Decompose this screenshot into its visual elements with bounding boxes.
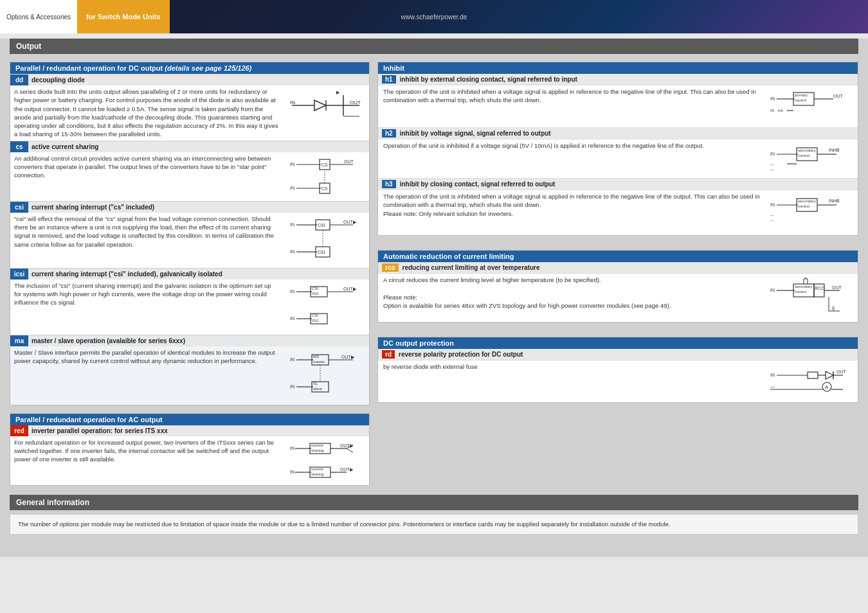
output-section-title: Output — [10, 39, 858, 54]
svg-text:▶: ▶ — [336, 90, 340, 94]
svg-text:master: master — [313, 360, 325, 364]
dd-row: dd decoupling diode A series diode built… — [10, 74, 369, 141]
h1-diag: IN primary control OUT IN inh — [769, 87, 853, 124]
svg-text:current: current — [311, 443, 323, 447]
svg-text:—: — — [770, 384, 775, 389]
rd-title: reverse polarity protection for DC outpu… — [399, 351, 523, 358]
ma-code: ma — [10, 335, 28, 346]
csi-code: csi — [10, 202, 28, 213]
cs-content: An additional control circuit provides a… — [10, 152, 369, 201]
svg-text:control: control — [798, 204, 809, 208]
svg-text:IN: IN — [290, 222, 294, 227]
svg-text:MS: MS — [313, 355, 319, 359]
auto-reduction-section: Automatic reduction of current limiting … — [377, 250, 858, 323]
general-info-box: The number of options per module may be … — [10, 514, 858, 535]
red-header-row: red inverter parallel operation: for ser… — [10, 425, 369, 436]
h1-desc: The operation of the unit is inhibited w… — [383, 87, 765, 105]
nav-options[interactable]: Options & Accessories — [0, 0, 77, 33]
rco-sub-header: rco reducing current limiting at over te… — [378, 262, 858, 273]
h2-sub-header: h2 inhibit by voltage signal, signal ref… — [378, 128, 858, 139]
h3-sub-header: h3 inhibit by closing contact, signal re… — [378, 179, 858, 190]
header-nav: Options & Accessories for Switch Mode Un… — [0, 0, 170, 33]
svg-text:IN: IN — [290, 289, 294, 294]
rd-row: rd reverse polarity protection for DC ou… — [378, 349, 858, 402]
svg-text:inh: inh — [778, 109, 783, 112]
left-column: Parallel / redundant operation for DC ou… — [10, 62, 370, 486]
parallel-ac-section: Parallel / redundant operation for AC ou… — [10, 413, 370, 486]
ma-row: ma master / slave operation (avalaible f… — [10, 335, 369, 405]
svg-text:—: — — [770, 168, 774, 172]
svg-text:IN: IN — [290, 249, 294, 254]
svg-text:IN: IN — [290, 470, 294, 474]
svg-text:secondary: secondary — [798, 199, 816, 203]
icsi-row: icsi current sharing interrupt ("csi" in… — [10, 268, 369, 335]
svg-text:OUT▶: OUT▶ — [341, 355, 355, 359]
rco-desc: A circuit reduces the current limiting l… — [383, 276, 765, 310]
svg-text:RCO: RCO — [815, 286, 825, 290]
svg-text:CSI: CSI — [312, 314, 318, 317]
rco-title: reducing current limiting at over temper… — [402, 264, 540, 271]
svg-text:CS: CS — [321, 163, 328, 167]
rd-content: by reverse diode with external fuse IN — [378, 360, 858, 402]
svg-text:IN: IN — [770, 109, 774, 112]
nav-switch[interactable]: for Switch Mode Units — [77, 0, 170, 33]
ma-content: Master / Slave interface permits the par… — [10, 346, 369, 405]
svg-text:OUT: OUT — [833, 94, 844, 98]
header-url: www.schaeferpower.de — [401, 13, 467, 21]
rd-desc: by reverse diode with external fuse — [383, 362, 765, 371]
svg-text:OUT: OUT — [344, 159, 354, 164]
auto-reduction-header: Automatic reduction of current limiting — [378, 251, 858, 262]
icsi-diag: IN CSI ISO OUT▶ IN CSI — [285, 280, 369, 335]
svg-text:INHB: INHB — [829, 199, 840, 203]
page-outer: Output Parallel / redundant operation fo… — [0, 39, 868, 557]
red-title: inverter parallel operation: for series … — [28, 425, 369, 436]
svg-text:IN: IN — [290, 316, 294, 321]
cs-title: active current sharing — [28, 141, 369, 152]
csi-content: "csi" will effect the removal of the "cs… — [10, 213, 369, 268]
rd-diag: IN OUT — [769, 362, 853, 399]
icsi-desc: The inclusion of "csi" (current sharing … — [10, 280, 283, 335]
h1-code: h1 — [382, 75, 396, 84]
svg-text:IN: IN — [290, 162, 294, 166]
svg-text:current: current — [311, 467, 323, 471]
dc-protection-header: DC output protection — [378, 337, 858, 349]
rco-row: rco reducing current limiting at over te… — [378, 262, 858, 322]
svg-text:slave: slave — [313, 387, 323, 391]
csi-desc: "csi" will effect the removal of the "cs… — [10, 213, 283, 268]
svg-text:—: — — [770, 218, 774, 222]
ma-title: master / slave operation (avalaible for … — [28, 335, 369, 346]
svg-text:IN: IN — [290, 186, 294, 190]
rco-diag: IN secondary control RCO OUT — [769, 276, 853, 319]
general-info-section: General information The number of option… — [10, 495, 858, 535]
red-desc: For redundant operation or for increased… — [10, 436, 283, 485]
svg-text:IN: IN — [770, 373, 775, 377]
icsi-title: current sharing interrupt ("csi" include… — [28, 269, 369, 280]
rco-content: A circuit reduces the current limiting l… — [378, 273, 858, 322]
parallel-dc-section: Parallel / redundant operation for DC ou… — [10, 62, 370, 405]
csi-title: current sharing interrupt ("cs" included… — [28, 202, 369, 213]
ma-header-row: ma master / slave operation (avalaible f… — [10, 335, 369, 346]
svg-text:sharing: sharing — [311, 449, 324, 452]
h3-content: The operation of the unit is inhibited w… — [378, 190, 858, 235]
h3-diag: IN secondary control INHB — — — [769, 192, 853, 232]
svg-text:A: A — [825, 384, 829, 390]
h2-content: Operation of the unit is inhibited if a … — [378, 139, 858, 178]
csi-row: csi current sharing interrupt ("cs" incl… — [10, 201, 369, 268]
rd-sub-header: rd reverse polarity protection for DC ou… — [378, 349, 858, 360]
svg-text:OUT▶: OUT▶ — [340, 467, 354, 472]
rd-code: rd — [382, 350, 395, 359]
csi-diag: IN CSI OUT▶ IN CSI — [285, 213, 369, 268]
h2-code: h2 — [382, 129, 396, 138]
h2-diag: IN secondary control INHB — — — [769, 141, 853, 175]
svg-text:sharing: sharing — [311, 472, 324, 476]
svg-text:IN: IN — [770, 202, 775, 207]
h1-row: h1 inhibit by external closing contact, … — [378, 74, 858, 127]
svg-text:OUT: OUT — [836, 369, 847, 374]
right-column: Inhibit h1 inhibit by external closing c… — [377, 62, 858, 486]
h3-code: h3 — [382, 180, 396, 188]
dc-protection-section: DC output protection rd reverse polarity… — [377, 337, 858, 403]
svg-text:ISO: ISO — [312, 292, 319, 296]
inhibit-header: Inhibit — [378, 62, 858, 74]
svg-text:SL: SL — [313, 382, 318, 386]
rco-code: rco — [382, 263, 399, 272]
